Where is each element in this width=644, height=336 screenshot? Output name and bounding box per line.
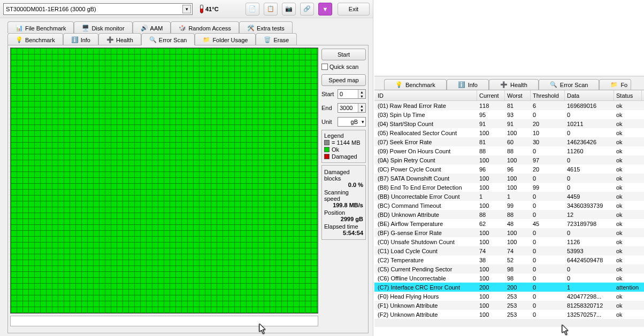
- smart-current: 100: [477, 157, 505, 163]
- tab-disk-monitor[interactable]: 🖥️Disk monitor: [74, 21, 132, 33]
- col-worst[interactable]: Worst: [505, 90, 531, 100]
- trash-icon: 🗑️: [264, 36, 271, 44]
- tab-random-access[interactable]: 🎲Random Access: [171, 21, 239, 33]
- rtab-label: Fo: [620, 82, 627, 88]
- smart-row[interactable]: (BB) Uncorrectable Error Count1104459ok: [374, 192, 644, 201]
- spin-up-icon[interactable]: ▲: [358, 90, 365, 94]
- smart-row[interactable]: (F2) Unknown Attribute1002530132570257..…: [374, 310, 644, 319]
- smart-id: (C1) Load Cycle Count: [375, 248, 477, 254]
- smart-status: ok: [614, 193, 642, 200]
- spin-up-icon[interactable]: ▲: [358, 104, 365, 108]
- tab-label: Erase: [273, 37, 289, 43]
- smart-id: (F1) Unknown Attribute: [375, 302, 477, 309]
- smart-row[interactable]: (07) Seek Error Rate816030146236426ok: [374, 137, 644, 146]
- tab-file-benchmark[interactable]: 📊File Benchmark: [7, 21, 74, 33]
- end-spinner[interactable]: 3000 ▲▼: [338, 103, 366, 113]
- smart-row[interactable]: (F0) Head Flying Hours1002530420477298..…: [374, 292, 644, 301]
- smart-worst: 200: [505, 284, 531, 291]
- smart-row[interactable]: (BE) Airflow Temperature624845723189798o…: [374, 219, 644, 228]
- rtab-health[interactable]: ➕Health: [489, 79, 539, 90]
- spin-down-icon[interactable]: ▼: [358, 94, 365, 98]
- smart-row[interactable]: (0A) Spin Retry Count100100970ok: [374, 155, 644, 165]
- copy-info-button[interactable]: 📄: [246, 3, 259, 15]
- speed-map-label: Speed map: [328, 77, 358, 83]
- smart-current: 100: [477, 230, 505, 236]
- smart-row[interactable]: (BD) Unknown Attribute8888012ok: [374, 210, 644, 219]
- start-button[interactable]: Start: [321, 49, 366, 60]
- smart-row[interactable]: (B7) SATA Downshift Count10010000ok: [374, 174, 644, 183]
- smart-row[interactable]: (BC) Command Timeout10099034360393739ok: [374, 201, 644, 210]
- smart-row[interactable]: (B8) End To End Error Detection100100990…: [374, 183, 644, 192]
- smart-status: ok: [614, 257, 642, 263]
- scan-grid: [10, 48, 318, 314]
- smart-data: 81258320712: [565, 302, 614, 309]
- smart-row[interactable]: (0C) Power Cycle Count9696204615ok: [374, 165, 644, 174]
- rtab-error-scan[interactable]: 🔍Error Scan: [539, 79, 600, 90]
- copy-screenshot-button[interactable]: 📋: [264, 3, 278, 15]
- smart-row[interactable]: (C7) Interface CRC Error Count20020001at…: [374, 283, 644, 292]
- tab-health[interactable]: ➕Health: [98, 33, 141, 45]
- tools-icon: 🛠️: [247, 25, 255, 32]
- start-spinner[interactable]: 0 ▲▼: [338, 89, 366, 99]
- smart-worst: 98: [505, 266, 531, 272]
- col-threshold[interactable]: Threshold: [531, 90, 565, 100]
- smart-row[interactable]: (C1) Load Cycle Count7474053993ok: [374, 246, 644, 255]
- options-button[interactable]: 🔗: [300, 3, 314, 15]
- smart-current: 118: [477, 103, 505, 109]
- smart-row[interactable]: (C0) Unsafe Shutdown Count10010001126ok: [374, 237, 644, 246]
- quick-scan-label: Quick scan: [329, 64, 358, 70]
- minimize-button[interactable]: ▼: [318, 3, 332, 15]
- spin-down-icon[interactable]: ▼: [358, 108, 365, 112]
- tab-erase[interactable]: 🗑️Erase: [256, 33, 297, 45]
- status-bar: [10, 316, 318, 326]
- smart-data: 53993: [565, 248, 614, 254]
- tab-label: File Benchmark: [25, 25, 66, 32]
- smart-row[interactable]: (C2) Temperature3852064424509478ok: [374, 255, 644, 264]
- stats-panel: Damaged blocks 0.0 % Scanning speed 199.…: [321, 165, 366, 240]
- rtab-folder[interactable]: 📁Fo: [599, 79, 631, 90]
- smart-row[interactable]: (03) Spin Up Time959300ok: [374, 110, 644, 119]
- smart-id: (07) Seek Error Rate: [375, 139, 477, 145]
- smart-data: 12: [565, 212, 614, 218]
- col-id[interactable]: ID: [375, 90, 477, 100]
- tab-benchmark[interactable]: 💡Benchmark: [7, 33, 63, 45]
- position-label: Position: [324, 209, 363, 216]
- legend-ok-label: Ok: [332, 146, 339, 153]
- save-screenshot-button[interactable]: 📷: [282, 3, 296, 15]
- col-data[interactable]: Data: [565, 90, 614, 100]
- smart-worst: 81: [505, 103, 531, 109]
- info-icon: ℹ️: [458, 81, 465, 88]
- tab-info[interactable]: ℹ️Info: [63, 33, 98, 45]
- smart-row[interactable]: (01) Raw Read Error Rate118816169689016o…: [374, 101, 644, 110]
- chevron-down-icon: ▾: [182, 5, 191, 13]
- rtab-info[interactable]: ℹ️Info: [447, 79, 489, 90]
- smart-status: ok: [614, 212, 642, 218]
- smart-threshold: 0: [531, 248, 565, 254]
- col-status[interactable]: Status: [614, 90, 642, 100]
- smart-id: (BB) Uncorrectable Error Count: [375, 193, 477, 200]
- smart-row[interactable]: (F1) Unknown Attribute100253081258320712…: [374, 301, 644, 310]
- tab-folder-usage[interactable]: 📁Folder Usage: [195, 33, 256, 45]
- exit-button[interactable]: Exit: [338, 3, 370, 15]
- rtab-benchmark[interactable]: 💡Benchmark: [384, 79, 447, 90]
- tab-extra-tests[interactable]: 🛠️Extra tests: [239, 21, 293, 33]
- hdtune-window: ST3000DM001-1ER166 (3000 gB) ▾ 41°C 📄 📋 …: [0, 0, 373, 336]
- legend-block-label: = 1144 MB: [332, 139, 361, 146]
- unit-select[interactable]: gB: [338, 117, 366, 127]
- col-current[interactable]: Current: [477, 90, 505, 100]
- smart-row[interactable]: (09) Power On Hours Count8888011260ok: [374, 146, 644, 155]
- smart-row[interactable]: (C6) Offline Uncorrectable1009800ok: [374, 274, 644, 283]
- smart-row[interactable]: (05) Reallocated Sector Count100100100ok: [374, 128, 644, 137]
- smart-threshold: 0: [531, 193, 565, 200]
- smart-row[interactable]: (04) Start/Stop Count91912010211ok: [374, 119, 644, 128]
- smart-worst: 98: [505, 275, 531, 282]
- quick-scan-checkbox[interactable]: Quick scan: [321, 62, 366, 72]
- tab-aam[interactable]: 🔊AAM: [133, 21, 171, 33]
- smart-row[interactable]: (BF) G-sense Error Rate10010000ok: [374, 228, 644, 237]
- smart-data: 64424509478: [565, 257, 614, 263]
- drive-selector[interactable]: ST3000DM001-1ER166 (3000 gB) ▾: [3, 3, 193, 15]
- error-scan-panel: Start Quick scan Speed map Start 0 ▲▼: [7, 45, 369, 333]
- tab-error-scan[interactable]: 🔍Error Scan: [141, 33, 195, 45]
- speed-map-button[interactable]: Speed map: [321, 74, 366, 86]
- smart-row[interactable]: (C5) Current Pending Sector1009800ok: [374, 264, 644, 274]
